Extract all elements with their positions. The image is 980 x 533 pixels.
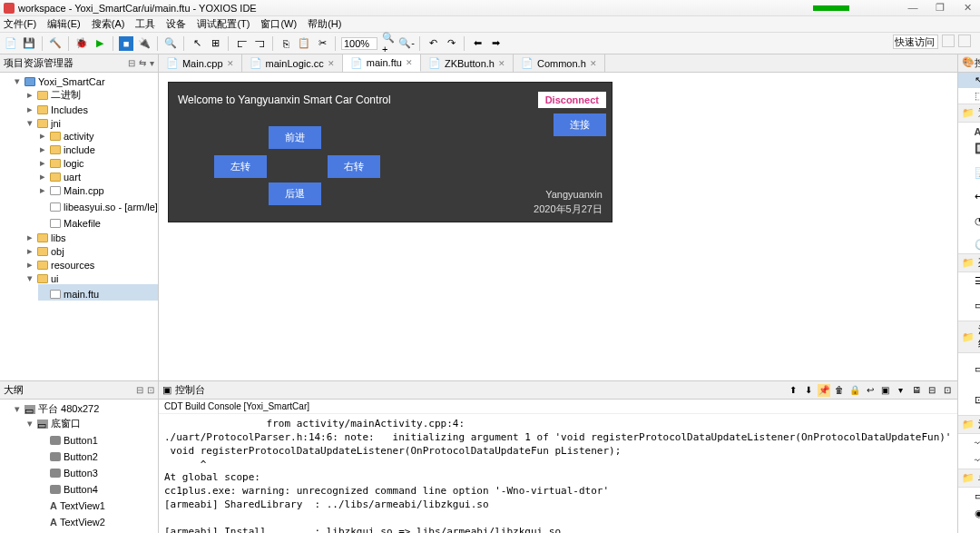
copy-icon[interactable]: ⎘ bbox=[279, 36, 293, 51]
palette-group-list[interactable]: 📁列表组 bbox=[958, 253, 981, 272]
palette-group-wave[interactable]: 📁波形图 bbox=[958, 415, 981, 434]
minimize-button[interactable]: — bbox=[904, 2, 922, 14]
zoom-in-icon[interactable]: 🔍+ bbox=[381, 36, 396, 51]
outline-item[interactable]: TextView1 bbox=[60, 500, 105, 511]
palette-wavechart[interactable]: 〰波形图 bbox=[958, 434, 981, 451]
disconnect-button[interactable]: Disconnect bbox=[538, 92, 606, 108]
tree-item[interactable]: ui bbox=[51, 273, 59, 284]
perspective-button-2[interactable] bbox=[958, 35, 971, 47]
tree-item[interactable]: obj bbox=[51, 246, 64, 257]
menu-debug[interactable]: 调试配置(T) bbox=[197, 17, 250, 31]
close-tab-icon[interactable]: ✕ bbox=[328, 59, 335, 68]
palette-wave[interactable]: 〰波形 bbox=[958, 451, 981, 469]
console-lock-icon[interactable]: 🔒 bbox=[848, 384, 861, 397]
forward-button[interactable]: 前进 bbox=[269, 126, 321, 149]
editor-tab[interactable]: 📄main.ftu✕ bbox=[343, 54, 421, 72]
menu-file[interactable]: 文件(F) bbox=[4, 17, 36, 31]
outline-item[interactable]: TextView2 bbox=[60, 517, 105, 528]
connect-icon[interactable]: 🔌 bbox=[137, 36, 152, 51]
canvas[interactable]: Welcome to Yangyuanxin Smart Car Control… bbox=[159, 73, 957, 380]
tree-item-selected[interactable]: main.ftu bbox=[64, 289, 99, 300]
outline-item[interactable]: Button2 bbox=[64, 451, 98, 462]
palette-group-general[interactable]: 📁通用 bbox=[958, 104, 981, 123]
align-left-icon[interactable]: ⫍ bbox=[234, 36, 249, 51]
menu-search[interactable]: 搜索(A) bbox=[92, 17, 125, 31]
palette-group-scroll[interactable]: 📁滑动窗口组 bbox=[958, 321, 981, 353]
tree-item[interactable]: Main.cpp bbox=[64, 185, 104, 196]
tree-item[interactable]: Includes bbox=[51, 104, 88, 115]
outline-window[interactable]: 底窗口 bbox=[51, 417, 81, 430]
console-min-icon[interactable]: ⊟ bbox=[926, 384, 938, 397]
left-button[interactable]: 左转 bbox=[214, 155, 267, 178]
perspective-button[interactable] bbox=[942, 35, 955, 47]
paste-icon[interactable]: 📋 bbox=[297, 36, 311, 51]
tree-item[interactable]: libs bbox=[51, 232, 66, 243]
redo-icon[interactable]: ↷ bbox=[444, 36, 458, 51]
link-icon[interactable]: ⇆ bbox=[139, 58, 146, 68]
back-button[interactable]: 后退 bbox=[269, 183, 321, 205]
tree-item[interactable]: uart bbox=[64, 172, 81, 183]
console-up-icon[interactable]: ⬆ bbox=[787, 384, 799, 397]
close-tab-icon[interactable]: ✕ bbox=[498, 59, 505, 68]
stop-icon[interactable]: ■ bbox=[119, 36, 133, 51]
palette-scrollicon[interactable]: ⊡滑动窗口图标 bbox=[958, 384, 981, 415]
zoom-out-icon[interactable]: 🔍- bbox=[399, 36, 414, 51]
tree-item[interactable]: logic bbox=[64, 158, 84, 169]
editor-tab[interactable]: 📄Main.cpp✕ bbox=[159, 54, 242, 72]
console-max-icon[interactable]: ⊡ bbox=[941, 384, 954, 397]
outline-min-icon[interactable]: ⊟ bbox=[136, 385, 143, 395]
console-new-icon[interactable]: ▾ bbox=[895, 384, 907, 397]
palette-group-radio[interactable]: 📁单选组 bbox=[958, 469, 981, 488]
palette-button[interactable]: 🔲按键 bbox=[958, 140, 981, 157]
palette-option[interactable]: ◉选项 bbox=[958, 505, 981, 522]
close-tab-icon[interactable]: ✕ bbox=[590, 59, 597, 68]
collapse-icon[interactable]: ⊟ bbox=[128, 58, 135, 68]
tree-item[interactable]: libeasyui.so - [arm/le] bbox=[64, 202, 158, 212]
grid-icon[interactable]: ⊞ bbox=[208, 36, 222, 51]
console-pin-icon[interactable]: 📌 bbox=[818, 384, 830, 397]
palette-listsub[interactable]: ▭列表子项 bbox=[958, 290, 981, 321]
palette-meter[interactable]: 🕐仪表 bbox=[958, 236, 981, 253]
right-button[interactable]: 右转 bbox=[328, 155, 380, 178]
palette[interactable]: ↖Select ⬚Marquee 📁通用 A文本 🔲按键 📝编辑/输入框 ⟷滑块… bbox=[958, 73, 981, 533]
menu-edit[interactable]: 编辑(E) bbox=[47, 17, 81, 31]
palette-slider[interactable]: ⟷滑块 bbox=[958, 188, 981, 205]
save-icon[interactable]: 💾 bbox=[22, 36, 36, 51]
console-output[interactable]: from activity/mainActivity.cpp:4: ./uart… bbox=[159, 414, 957, 533]
menu-window[interactable]: 窗口(W) bbox=[260, 17, 297, 31]
tree-item[interactable]: 二进制 bbox=[51, 88, 81, 102]
palette-edit[interactable]: 📝编辑/输入框 bbox=[958, 157, 981, 188]
project-tree[interactable]: ▾Yoxi_SmartCar ▸二进制 ▸Includes ▾jni ▸acti… bbox=[0, 73, 158, 380]
outline-root[interactable]: 平台 480x272 bbox=[38, 402, 99, 416]
editor-tab[interactable]: 📄Common.h✕ bbox=[514, 54, 605, 72]
tree-item[interactable]: jni bbox=[51, 118, 61, 129]
cursor-icon[interactable]: ↖ bbox=[190, 36, 204, 51]
console-clear-icon[interactable]: 🗑 bbox=[833, 384, 846, 397]
tree-item[interactable]: resources bbox=[51, 260, 94, 271]
console-display-icon[interactable]: 🖥 bbox=[910, 384, 923, 397]
palette-marquee[interactable]: ⬚Marquee bbox=[958, 88, 981, 104]
menu-help[interactable]: 帮助(H) bbox=[308, 17, 341, 31]
palette-progress[interactable]: ◔圆形进度条 bbox=[958, 205, 981, 236]
close-tab-icon[interactable]: ✕ bbox=[406, 58, 413, 67]
debug-icon[interactable]: 🐞 bbox=[74, 36, 89, 51]
close-button[interactable]: ✕ bbox=[958, 2, 976, 14]
outline-item[interactable]: Button1 bbox=[64, 435, 98, 446]
maximize-button[interactable]: ❐ bbox=[931, 2, 949, 14]
tree-item[interactable]: include bbox=[64, 144, 95, 155]
search-icon[interactable]: 🔍 bbox=[163, 36, 178, 51]
outline-item[interactable]: Button4 bbox=[64, 484, 98, 495]
run-icon[interactable]: ▶ bbox=[93, 36, 107, 51]
palette-text[interactable]: A文本 bbox=[958, 123, 981, 140]
menu-tools[interactable]: 工具 bbox=[135, 17, 155, 31]
palette-scrollmain[interactable]: ▭滑动主窗口 bbox=[958, 353, 981, 384]
tree-item[interactable]: activity bbox=[64, 131, 94, 142]
undo-icon[interactable]: ↶ bbox=[426, 36, 440, 51]
palette-radio[interactable]: ▭单选组 bbox=[958, 488, 981, 505]
new-icon[interactable]: 📄 bbox=[4, 36, 18, 51]
editor-tab[interactable]: 📄ZKButton.h✕ bbox=[421, 54, 514, 72]
console-wrap-icon[interactable]: ↩ bbox=[864, 384, 877, 397]
editor-tab[interactable]: 📄mainLogic.cc✕ bbox=[242, 54, 343, 72]
back-icon[interactable]: ⬅ bbox=[470, 36, 485, 51]
forward-icon[interactable]: ➡ bbox=[488, 36, 503, 51]
